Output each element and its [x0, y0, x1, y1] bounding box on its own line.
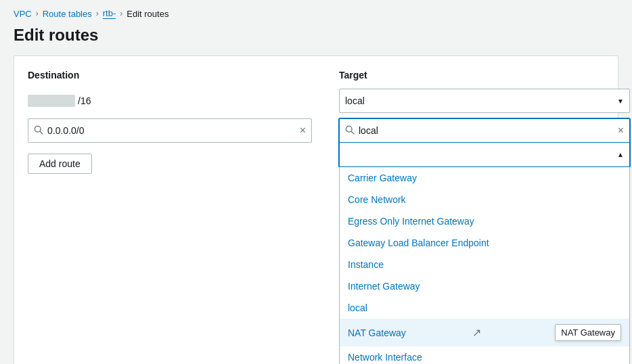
breadcrumb-edit-routes: Edit routes — [127, 9, 168, 19]
breadcrumb-route-tables[interactable]: Route tables — [43, 9, 92, 19]
content-area: Destination /16 × Add route — [14, 55, 618, 364]
breadcrumb-sep-1: › — [36, 9, 39, 18]
target-select-row1[interactable]: local ▼ — [339, 89, 630, 113]
dropdown-item-with-tooltip: NAT Gateway↗NAT Gateway — [348, 324, 621, 341]
dropdown-item[interactable]: local — [340, 297, 629, 319]
dest-suffix: /16 — [78, 95, 91, 106]
masked-ip — [28, 95, 75, 107]
target-select-value: local — [345, 95, 365, 106]
destination-input[interactable] — [47, 125, 300, 136]
target-search-input[interactable] — [359, 125, 618, 136]
breadcrumb-sep-2: › — [96, 9, 99, 18]
target-search-container: × — [339, 118, 630, 143]
page-title: Edit routes — [0, 23, 632, 55]
dropdown-item[interactable]: Carrier Gateway — [340, 167, 629, 189]
target-header: Target — [339, 70, 630, 81]
svg-line-1 — [40, 131, 43, 134]
svg-line-3 — [351, 131, 354, 134]
destination-column: Destination /16 × Add route — [28, 70, 339, 364]
destination-input-container: × — [28, 118, 312, 143]
dropdown-item[interactable]: Egress Only Internet Gateway — [340, 210, 629, 232]
destination-header: Destination — [28, 70, 339, 81]
dropdown-item[interactable]: Core Network — [340, 189, 629, 210]
nat-gateway-tooltip: NAT Gateway — [555, 324, 621, 341]
destination-clear-button[interactable]: × — [300, 124, 306, 137]
add-route-button[interactable]: Add route — [28, 154, 92, 174]
breadcrumb-rtb[interactable]: rtb- — [103, 8, 116, 19]
dropdown-item[interactable]: Gateway Load Balancer Endpoint — [340, 232, 629, 254]
target-search-icon — [345, 125, 355, 137]
dropdown-item-label: NAT Gateway — [348, 327, 406, 338]
dropdown-up-icon: ▲ — [617, 151, 624, 158]
dropdown-item[interactable]: Internet Gateway — [340, 275, 629, 297]
dest-search-icon — [34, 125, 43, 137]
dropdown-item[interactable]: Network Interface — [340, 346, 629, 364]
target-open-input[interactable]: ▲ — [339, 143, 630, 167]
destination-row-1: /16 — [28, 89, 339, 113]
dropdown-item[interactable]: NAT Gateway↗NAT Gateway — [340, 319, 629, 346]
breadcrumb-sep-3: › — [120, 9, 122, 18]
dropdown-item[interactable]: Instance — [340, 254, 629, 275]
breadcrumb: VPC › Route tables › rtb- › Edit routes — [0, 0, 632, 23]
target-search-clear-button[interactable]: × — [618, 124, 624, 137]
target-dropdown-list: Carrier GatewayCore NetworkEgress Only I… — [339, 167, 630, 364]
target-column: Target local ▼ × ▲ — [339, 70, 630, 364]
dropdown-down-icon: ▼ — [617, 97, 624, 105]
breadcrumb-vpc[interactable]: VPC — [14, 9, 32, 19]
